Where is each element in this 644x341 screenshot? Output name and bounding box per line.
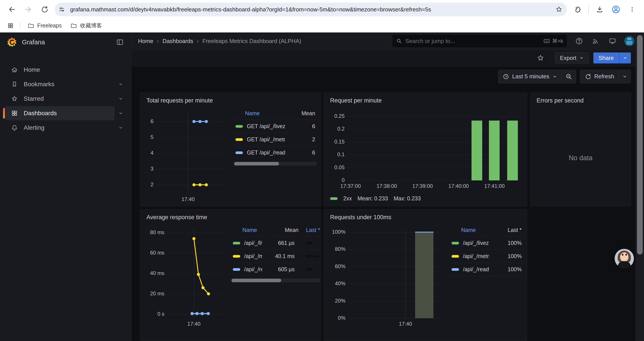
- share-button[interactable]: Share: [593, 53, 631, 63]
- zoom-out-button[interactable]: [562, 70, 576, 83]
- legend-row[interactable]: GET /api/_/readyz 6: [234, 146, 317, 159]
- panel-title[interactable]: Request per minute: [328, 96, 384, 105]
- extensions-icon[interactable]: [570, 3, 584, 17]
- export-button[interactable]: Export: [555, 53, 588, 63]
- chart-series-svg: [328, 222, 446, 332]
- dock-menu-icon[interactable]: [115, 37, 125, 47]
- legend-header: Name Mean Last *: [231, 226, 321, 236]
- news-rss-icon[interactable]: [591, 36, 600, 46]
- downloads-icon[interactable]: [593, 3, 607, 17]
- series-name[interactable]: /api/_/livez: [463, 240, 489, 246]
- sidebar-item-dashboards[interactable]: Dashboards: [3, 106, 127, 120]
- sidebar-item-bookmarks[interactable]: Bookmarks: [3, 77, 127, 91]
- share-menu-chevron[interactable]: [619, 53, 631, 63]
- legend-row[interactable]: GET /api/_/metrics 2: [234, 133, 317, 146]
- chevron-down-icon[interactable]: [115, 81, 127, 87]
- grafana-logo[interactable]: [6, 37, 17, 47]
- legend-row[interactable]: /api/_/metrics 40.1 ms 20.5 ms: [231, 249, 321, 263]
- legend-hscrollbar[interactable]: [231, 278, 321, 282]
- favorite-star-icon[interactable]: [536, 53, 545, 63]
- sidebar-logo-row: Grafana: [0, 33, 131, 52]
- search-shortcut: ⌘+k: [544, 38, 563, 44]
- grafana-header: Home › Dashboards › Freeleaps Metrics Da…: [132, 33, 644, 50]
- browser-menu-icon[interactable]: [625, 3, 639, 17]
- timeseries-chart[interactable]: 80 ms60 ms40 ms20 ms0 s17:40: [144, 222, 227, 332]
- search-box[interactable]: ⌘+k: [392, 34, 567, 48]
- legend-inline[interactable]: 2xx Mean: 0.233 Max: 0.233: [328, 195, 524, 202]
- legend-col-name[interactable]: Name: [245, 110, 289, 117]
- timeseries-chart[interactable]: 6543217:40: [144, 105, 230, 206]
- dashboard-panels: Total requests per minute 6543217:40 Nam…: [132, 87, 644, 341]
- legend-col-last[interactable]: Last *: [298, 227, 321, 233]
- url-text[interactable]: grafana.mathmast.com/d/deytv4rwavabkb/fr…: [70, 6, 554, 13]
- series-name[interactable]: GET /api/_/metrics: [247, 136, 285, 143]
- page-scrollbar-thumb[interactable]: [637, 35, 643, 254]
- breadcrumb-separator: ›: [197, 37, 199, 45]
- bookmark-folder-freeleaps[interactable]: Freeleaps: [24, 21, 65, 31]
- series-name[interactable]: /api/_/readyz: [244, 266, 262, 272]
- forward-icon[interactable]: [21, 3, 35, 17]
- series-last: 100%: [493, 253, 522, 259]
- bookmark-star-icon[interactable]: [554, 4, 564, 15]
- sidebar-item-alerting[interactable]: Alerting: [3, 121, 127, 135]
- series-name[interactable]: 2xx: [343, 195, 352, 202]
- refresh-interval-chevron[interactable]: [619, 70, 631, 83]
- time-range-button[interactable]: Last 5 minutes: [498, 70, 562, 83]
- panel-title[interactable]: Requests under 100ms: [328, 213, 394, 222]
- series-name[interactable]: GET /api/_/readyz: [247, 149, 285, 156]
- chevron-down-icon[interactable]: [115, 125, 127, 131]
- series-mean: Mean: 0.233: [358, 195, 388, 202]
- bar-chart[interactable]: 0.250.20.150.10.05017:37:0017:38:0017:39…: [328, 105, 524, 194]
- series-name[interactable]: /api/_/metrics: [244, 253, 262, 259]
- series-name[interactable]: /api/_/livez: [244, 240, 262, 246]
- sidebar-item-starred[interactable]: Starred: [3, 92, 127, 106]
- user-avatar[interactable]: [624, 36, 634, 46]
- legend-col-mean[interactable]: Mean: [270, 227, 298, 233]
- panel-title[interactable]: Errors per second: [534, 96, 586, 105]
- profile-icon[interactable]: [609, 3, 623, 17]
- apps-grid-icon[interactable]: [5, 21, 16, 31]
- sidebar: Grafana Home Bookmarks Star: [0, 33, 132, 341]
- legend-row[interactable]: /api/_/livez 661 µs 646: [231, 236, 321, 249]
- legend-hscrollbar[interactable]: [234, 162, 317, 166]
- legend-col-name[interactable]: Name: [242, 227, 270, 233]
- reload-icon[interactable]: [37, 3, 51, 17]
- chevron-down-icon[interactable]: [115, 96, 127, 102]
- brand-name[interactable]: Grafana: [22, 39, 45, 46]
- panel-title[interactable]: Total requests per minute: [144, 96, 216, 105]
- area-chart[interactable]: 100%80%60%40%20%0%17:40: [328, 222, 446, 332]
- help-icon[interactable]: [574, 36, 584, 46]
- site-settings-icon[interactable]: [56, 4, 67, 15]
- legend-row[interactable]: /api/_/readyz 605 µs 620: [231, 263, 321, 276]
- floating-assistant-avatar[interactable]: [615, 249, 634, 268]
- share-label[interactable]: Share: [593, 53, 619, 63]
- series-name[interactable]: GET /api/_/livez: [247, 123, 285, 129]
- legend-col-mean[interactable]: Mean: [289, 110, 315, 117]
- legend-col-name[interactable]: Name: [461, 227, 493, 233]
- breadcrumb-dashboards[interactable]: Dashboards: [162, 38, 193, 45]
- kiosk-monitor-icon[interactable]: [608, 36, 617, 46]
- breadcrumb-current: Freeleaps Metrics Dashboard (ALPHA): [202, 38, 302, 45]
- legend-row[interactable]: GET /api/_/livez 6: [234, 120, 317, 133]
- sidebar-item-label: Dashboards: [24, 110, 57, 117]
- search-input[interactable]: [405, 38, 540, 45]
- legend-col-last[interactable]: Last *: [493, 227, 522, 233]
- panel-title[interactable]: Average response time: [144, 213, 210, 222]
- url-bar[interactable]: grafana.mathmast.com/d/deytv4rwavabkb/fr…: [55, 3, 567, 16]
- no-data-message: No data: [530, 154, 631, 162]
- page-scrollbar[interactable]: [636, 33, 644, 341]
- legend-row[interactable]: /api/_/metrics 100%: [450, 249, 524, 263]
- chevron-down-icon[interactable]: [115, 110, 127, 116]
- sidebar-item-home[interactable]: Home: [3, 63, 127, 77]
- legend-row[interactable]: /api/_/readyz 100%: [450, 263, 524, 276]
- back-icon[interactable]: [5, 3, 19, 17]
- breadcrumb-home[interactable]: Home: [138, 38, 153, 45]
- actions-divider: [550, 54, 550, 62]
- clock-icon: [502, 73, 509, 80]
- series-name[interactable]: /api/_/metrics: [463, 253, 489, 259]
- series-name[interactable]: /api/_/readyz: [463, 266, 489, 272]
- refresh-button[interactable]: Refresh: [580, 70, 618, 83]
- avatar-eye: [625, 254, 627, 256]
- bookmark-folder-blogs[interactable]: 收藏博客: [67, 20, 106, 31]
- legend-row[interactable]: /api/_/livez 100%: [450, 236, 524, 249]
